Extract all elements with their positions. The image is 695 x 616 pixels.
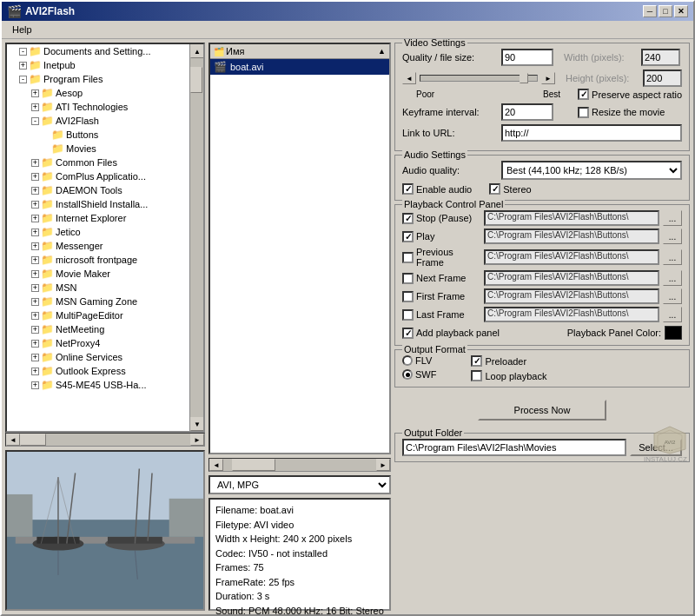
expand-icon[interactable]: + [31, 242, 39, 250]
stop-browse-btn[interactable]: ... [663, 210, 682, 226]
expand-icon[interactable]: + [19, 62, 27, 70]
prevframe-browse-btn[interactable]: ... [663, 249, 682, 265]
tree-item[interactable]: - 📁 AVI2Flash [7, 114, 189, 128]
tree-item[interactable]: + 📁 S45-ME45 USB-Ha... [7, 378, 189, 392]
tree-item[interactable]: + 📁 ATI Technologies [7, 100, 189, 114]
height-input[interactable] [643, 70, 682, 87]
scroll-thumb[interactable] [190, 67, 202, 93]
slider-left-btn[interactable]: ◄ [402, 72, 416, 84]
hscroll-thumb[interactable] [20, 434, 46, 446]
tree-item[interactable]: + 📁 Common Files [7, 156, 189, 169]
tree-item[interactable]: + 📁 Aesop [7, 86, 189, 100]
expand-icon[interactable]: - [19, 48, 27, 56]
firstframe-checkbox[interactable]: First Frame [402, 291, 480, 302]
expand-icon[interactable]: + [31, 354, 39, 361]
process-now-button[interactable]: Process Now [478, 400, 607, 421]
expand-icon[interactable]: - [31, 117, 39, 125]
hscroll-thumb[interactable] [232, 459, 275, 471]
prevframe-checkbox[interactable]: Previous Frame [402, 247, 480, 268]
loop-checkbox[interactable]: Loop playback [471, 370, 546, 381]
stereo-checkbox[interactable]: Stereo [489, 183, 531, 195]
maximize-button[interactable]: □ [659, 5, 672, 17]
lastframe-browse-btn[interactable]: ... [663, 307, 682, 322]
tree-item[interactable]: + 📁 Inetpub [7, 58, 189, 72]
tree-item[interactable]: - 📁 Program Files [7, 72, 189, 86]
expand-icon[interactable]: + [31, 159, 39, 167]
nextframe-checkbox[interactable]: Next Frame [402, 273, 480, 284]
expand-icon[interactable]: + [31, 89, 39, 97]
scroll-up-btn[interactable]: ▲ [190, 44, 204, 58]
tree-item[interactable]: + 📁 Online Services [7, 350, 189, 364]
enable-audio-checkbox[interactable]: Enable audio [402, 183, 472, 195]
expand-icon[interactable]: + [31, 340, 39, 348]
scroll-down-btn[interactable]: ▼ [190, 417, 204, 431]
tree-item[interactable]: + 📁 microsoft frontpage [7, 253, 189, 267]
slider-track[interactable] [420, 75, 538, 82]
expand-icon[interactable]: + [31, 256, 39, 264]
tree-item[interactable]: + 📁 MSN [7, 281, 189, 295]
tree-item[interactable]: + 📁 MultiPageEditor [7, 308, 189, 322]
tree-item[interactable]: + 📁 InstallShield Installa... [7, 197, 189, 211]
scroll-left-btn[interactable]: ◄ [6, 434, 20, 446]
expand-icon[interactable]: + [31, 368, 39, 375]
tree-item[interactable]: + 📁 Outlook Express [7, 364, 189, 378]
tree-item[interactable]: + 📁 NetProxy4 [7, 336, 189, 350]
keyframe-input[interactable] [501, 103, 553, 121]
expand-icon[interactable]: + [31, 215, 39, 222]
scroll-right-btn[interactable]: ► [376, 459, 390, 471]
expand-icon[interactable]: + [31, 103, 39, 111]
scroll-left-btn[interactable]: ◄ [209, 459, 223, 471]
nextframe-browse-btn[interactable]: ... [663, 270, 682, 286]
expand-icon[interactable]: + [31, 187, 39, 195]
width-input[interactable] [641, 49, 680, 66]
menu-help[interactable]: Help [7, 23, 37, 36]
firstframe-browse-btn[interactable]: ... [663, 288, 682, 304]
expand-icon[interactable]: - [19, 76, 27, 83]
play-browse-btn[interactable]: ... [663, 229, 682, 244]
tree-item[interactable]: - 📁 Documents and Setting... [7, 44, 189, 58]
expand-icon[interactable]: + [31, 298, 39, 306]
format-select[interactable]: AVI, MPG [208, 475, 391, 494]
audio-quality-select[interactable]: Best (44,100 kHz; 128 KB/s) [501, 161, 682, 180]
slider-thumb[interactable] [520, 73, 528, 83]
expand-icon[interactable]: + [31, 173, 39, 181]
swf-radio[interactable]: SWF [402, 369, 436, 380]
tree-item[interactable]: + 📁 MSN Gaming Zone [7, 295, 189, 308]
expand-icon[interactable]: + [31, 312, 39, 320]
quality-input[interactable] [501, 49, 553, 66]
tree-item[interactable]: 📁 Movies [7, 142, 189, 156]
flv-radio[interactable]: FLV [402, 355, 436, 366]
tree-vscroll[interactable]: ▲ ▼ [189, 44, 203, 431]
expand-icon[interactable]: + [31, 229, 39, 236]
resize-checkbox[interactable]: Resize the movie [578, 107, 665, 118]
tree-hscroll[interactable]: ◄ ► [5, 433, 205, 447]
expand-icon[interactable]: + [31, 381, 39, 389]
preserve-aspect-checkbox[interactable]: Preserve aspect ratio [578, 89, 682, 100]
url-input[interactable] [501, 124, 682, 142]
tree-item[interactable]: + 📁 NetMeeting [7, 322, 189, 336]
scroll-right-btn[interactable]: ► [190, 434, 204, 446]
stop-checkbox[interactable]: Stop (Pause) [402, 213, 480, 224]
tree-item[interactable]: + 📁 Internet Explorer [7, 211, 189, 225]
tree-item[interactable]: + 📁 Messenger [7, 239, 189, 253]
expand-icon[interactable]: + [31, 284, 39, 292]
preloader-checkbox[interactable]: Preloader [471, 355, 546, 367]
file-list-hscroll[interactable]: ◄ ► [208, 458, 391, 472]
play-checkbox[interactable]: Play [402, 231, 480, 242]
slider-right-btn[interactable]: ► [541, 72, 555, 84]
tree-item[interactable]: + 📁 DAEMON Tools [7, 183, 189, 197]
tree-item[interactable]: + 📁 Movie Maker [7, 267, 189, 281]
expand-icon[interactable]: + [31, 201, 39, 209]
tree-item[interactable]: 📁 Buttons [7, 128, 189, 142]
tree-item[interactable]: + 📁 Jetico [7, 225, 189, 239]
color-swatch[interactable] [665, 326, 682, 340]
expand-icon[interactable]: + [31, 270, 39, 278]
output-path-input[interactable] [402, 439, 626, 456]
add-playback-checkbox[interactable]: Add playback panel [402, 328, 500, 339]
tree-item[interactable]: + 📁 ComPlus Applicatio... [7, 169, 189, 183]
lastframe-checkbox[interactable]: Last Frame [402, 309, 480, 321]
expand-icon[interactable]: + [31, 326, 39, 334]
minimize-button[interactable]: ─ [643, 5, 657, 17]
close-button[interactable]: ✕ [674, 5, 688, 17]
file-item[interactable]: 🎬 boat.avi [210, 59, 389, 75]
